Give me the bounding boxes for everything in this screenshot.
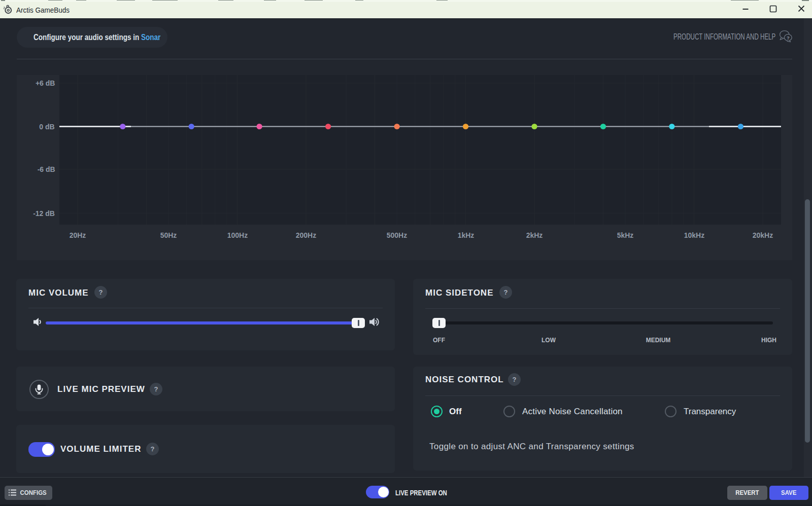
svg-text:?: ?	[787, 35, 790, 41]
